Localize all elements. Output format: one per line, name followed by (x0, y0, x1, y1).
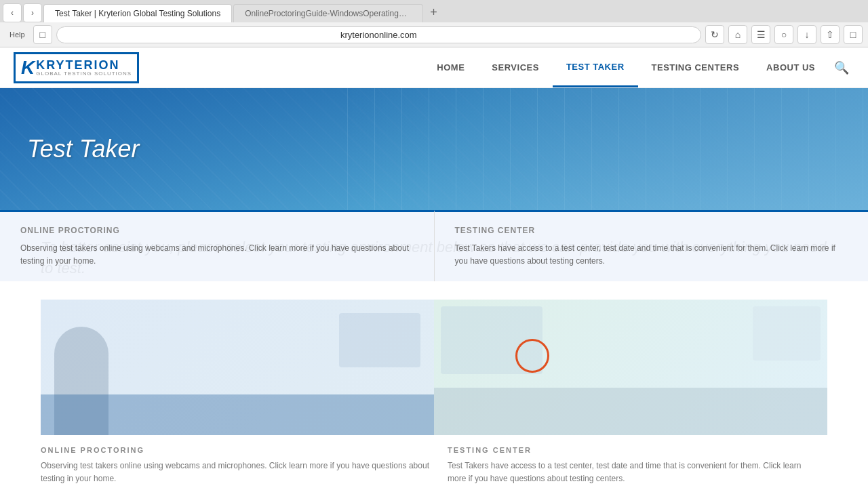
nav-links: HOME SERVICES TEST TAKER TESTING CENTERS… (423, 48, 829, 87)
testing-center-image (434, 300, 827, 435)
tab-bar: ‹ › Test Taker | Kryterion Global Testin… (0, 0, 868, 22)
dropdown-testing-center: TESTING CENTER Test Takers have access t… (434, 210, 869, 281)
logo-box: K KRYTERION GLOBAL TESTING SOLUTIONS (14, 52, 139, 83)
proctoring-label: ONLINE PROCTORING (41, 446, 434, 454)
desk-shape (41, 394, 434, 435)
proctoring-image (41, 300, 434, 435)
proctoring-content: ONLINE PROCTORING Observing test takers … (41, 435, 434, 488)
monitor-shape (441, 306, 542, 374)
nav-services[interactable]: SERVICES (478, 49, 553, 86)
testing-center-content: TESTING CENTER Test Takers have access t… (434, 435, 827, 488)
logo-text: KRYTERION GLOBAL TESTING SOLUTIONS (36, 59, 132, 77)
logo-name: KRYTERION (36, 59, 132, 71)
hero-title: Test Taker (27, 135, 139, 163)
monitor-shape-2 (753, 306, 821, 361)
home-button[interactable]: ⌂ (728, 25, 747, 44)
dropdown-right-header: TESTING CENTER (455, 226, 848, 235)
hero-section: Test Taker (0, 88, 868, 210)
back-button[interactable]: ‹ (3, 3, 22, 22)
options-grid: ONLINE PROCTORING Observing test takers … (41, 300, 827, 488)
window-button[interactable]: □ (33, 25, 52, 44)
new-tab-button[interactable]: + (425, 3, 443, 22)
dropdown-overlay: ONLINE PROCTORING Observing test takers … (0, 210, 868, 281)
site-logo[interactable]: K KRYTERION GLOBAL TESTING SOLUTIONS (14, 52, 139, 83)
site-nav: K KRYTERION GLOBAL TESTING SOLUTIONS HOM… (0, 47, 868, 88)
hero-overlay (347, 88, 868, 210)
floor-shape (434, 388, 827, 435)
content-area: ONLINE PROCTORING Observing test takers … (0, 210, 868, 488)
dropdown-left-header: ONLINE PROCTORING (20, 226, 414, 235)
nav-testing-centers[interactable]: TESTING CENTERS (638, 49, 753, 86)
testing-center-label: TESTING CENTER (448, 446, 814, 454)
refresh-button[interactable]: ↻ (705, 25, 724, 44)
bookmark-button[interactable]: ☰ (751, 25, 770, 44)
download-button[interactable]: ↓ (797, 25, 816, 44)
laptop-shape (339, 313, 420, 367)
testing-center-desc: Test Takers have access to a test center… (448, 460, 814, 485)
browser-chrome: ‹ › Test Taker | Kryterion Global Testin… (0, 0, 868, 47)
fullscreen-button[interactable]: □ (844, 25, 863, 44)
proctoring-desc: Observing test takers online using webca… (41, 460, 434, 485)
help-label: Help (5, 29, 29, 40)
tab-proctoring-guide[interactable]: OnlineProctoring​Guide-WindowsOperatingS… (233, 4, 423, 22)
website: K KRYTERION GLOBAL TESTING SOLUTIONS HOM… (0, 47, 868, 488)
logo-sub: GLOBAL TESTING SOLUTIONS (36, 71, 132, 77)
tab-test-taker[interactable]: Test Taker | Kryterion Global Testing So… (43, 4, 232, 22)
nav-test-taker[interactable]: TEST TAKER (553, 48, 638, 87)
address-row: Help □ kryteriononline.com ↻ ⌂ ☰ ○ ↓ ⇧ □ (0, 22, 868, 47)
option-card-proctoring: ONLINE PROCTORING Observing test takers … (41, 300, 434, 488)
search-icon[interactable]: 🔍 (829, 55, 854, 81)
dropdown-right-body: Test Takers have access to a test center… (455, 242, 848, 268)
share-button[interactable]: ⇧ (821, 25, 840, 44)
forward-button[interactable]: › (23, 3, 42, 22)
dropdown-online-proctoring: ONLINE PROCTORING Observing test takers … (0, 210, 434, 281)
logo-k-letter: K (21, 57, 35, 79)
history-button[interactable]: ○ (774, 25, 793, 44)
nav-about-us[interactable]: ABOUT US (753, 49, 829, 86)
option-card-testing-center: TESTING CENTER Test Takers have access t… (434, 300, 827, 488)
nav-home[interactable]: HOME (423, 49, 478, 86)
address-bar[interactable]: kryteriononline.com (56, 26, 701, 43)
dropdown-left-body: Observing test takers online using webca… (20, 242, 414, 268)
